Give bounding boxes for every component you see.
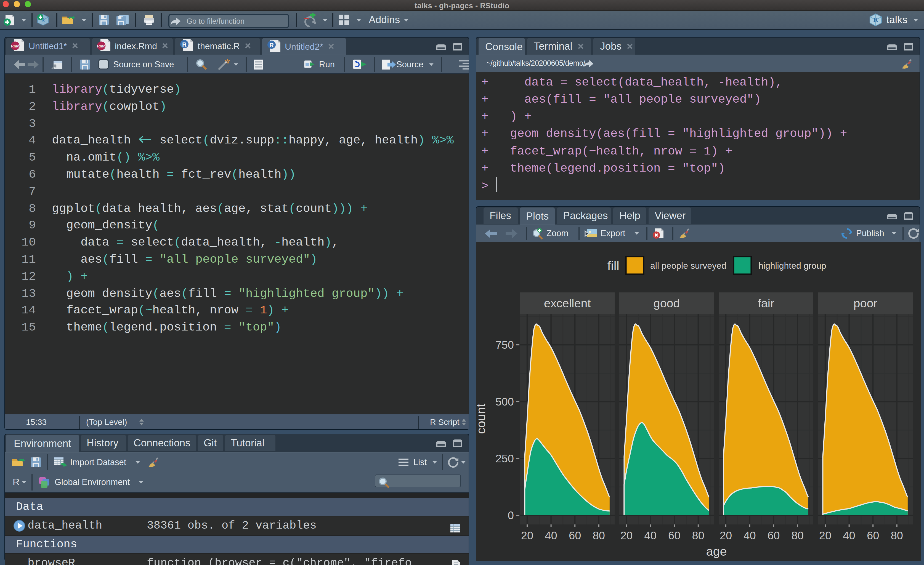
svg-text:R: R: [873, 16, 878, 23]
svg-text:R: R: [182, 41, 187, 48]
svg-text:60: 60: [668, 529, 681, 541]
svg-text:40: 40: [744, 529, 756, 541]
svg-text:0: 0: [508, 509, 514, 522]
svg-text:80: 80: [692, 529, 705, 541]
svg-text:40: 40: [644, 529, 657, 541]
svg-text:60: 60: [867, 529, 879, 541]
svg-text:20: 20: [521, 529, 534, 541]
svg-text:all people surveyed: all people surveyed: [650, 261, 726, 271]
svg-text:60: 60: [768, 529, 780, 541]
svg-text:500: 500: [495, 396, 514, 408]
svg-text:20: 20: [819, 529, 831, 541]
svg-text:poor: poor: [854, 297, 878, 310]
svg-text:40: 40: [843, 529, 855, 541]
svg-text:20: 20: [720, 529, 732, 541]
svg-text:highlighted group: highlighted group: [758, 261, 826, 271]
svg-text:20: 20: [620, 529, 633, 541]
svg-text:R: R: [269, 41, 274, 48]
svg-text:count: count: [476, 403, 488, 434]
svg-text:good: good: [654, 297, 680, 310]
svg-text:fill: fill: [608, 259, 619, 273]
svg-text:80: 80: [792, 529, 804, 541]
svg-text:80: 80: [593, 529, 605, 541]
svg-text:fair: fair: [758, 297, 774, 310]
svg-text:80: 80: [891, 529, 903, 541]
svg-text:age: age: [706, 544, 727, 558]
svg-text:Rmd: Rmd: [11, 44, 20, 48]
svg-text:60: 60: [569, 529, 581, 541]
svg-text:750: 750: [495, 339, 514, 351]
svg-text:excellent: excellent: [544, 297, 591, 310]
svg-text:250: 250: [495, 453, 514, 465]
svg-text:40: 40: [545, 529, 557, 541]
svg-text:Rmd: Rmd: [97, 44, 105, 48]
